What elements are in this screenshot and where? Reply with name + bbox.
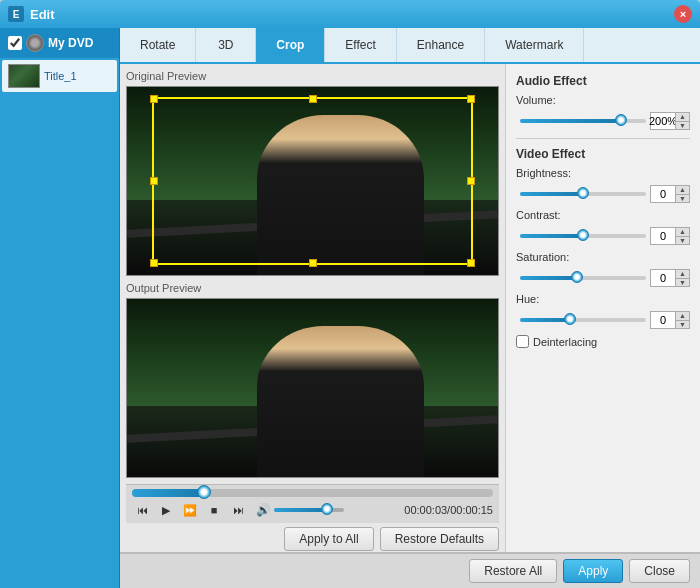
item-thumbnail bbox=[8, 64, 40, 88]
progress-bar[interactable] bbox=[132, 489, 493, 497]
audio-effect-title: Audio Effect bbox=[516, 74, 690, 88]
disc-checkbox[interactable] bbox=[8, 36, 22, 50]
contrast-spinner[interactable]: 0 ▲ ▼ bbox=[650, 227, 690, 245]
window-title: Edit bbox=[30, 7, 674, 22]
tab-3d[interactable]: 3D bbox=[196, 28, 256, 62]
skip-back-button[interactable]: ⏮ bbox=[132, 501, 152, 519]
progress-handle[interactable] bbox=[197, 485, 211, 499]
brightness-handle[interactable] bbox=[577, 187, 589, 199]
deinterlacing-row: Deinterlacing bbox=[516, 335, 690, 348]
volume-section: 🔊 bbox=[256, 503, 344, 517]
stop-button[interactable]: ■ bbox=[204, 501, 224, 519]
hue-handle[interactable] bbox=[564, 313, 576, 325]
volume-spinner[interactable]: 200% ▲ ▼ bbox=[650, 112, 690, 130]
content-area: Original Preview bbox=[120, 64, 700, 552]
hue-slider[interactable] bbox=[520, 318, 646, 322]
output-preview-label: Output Preview bbox=[126, 282, 499, 294]
volume-up[interactable]: ▲ bbox=[675, 113, 689, 122]
volume-spinner-arrows: ▲ ▼ bbox=[675, 113, 689, 129]
sidebar-header: My DVD bbox=[0, 28, 119, 58]
preview-area: Original Preview bbox=[120, 64, 505, 552]
contrast-slider-row: 0 ▲ ▼ bbox=[516, 227, 690, 245]
brightness-slider[interactable] bbox=[520, 192, 646, 196]
brightness-fill bbox=[520, 192, 583, 196]
output-scene-person bbox=[257, 326, 424, 477]
brightness-label: Brightness: bbox=[516, 167, 586, 179]
output-preview-video bbox=[126, 298, 499, 478]
tab-rotate[interactable]: Rotate bbox=[120, 28, 196, 62]
contrast-slider[interactable] bbox=[520, 234, 646, 238]
saturation-fill bbox=[520, 276, 577, 280]
controls-row: ⏮ ▶ ⏩ ■ ⏭ 🔊 00:00:03/00:00:15 bbox=[132, 501, 493, 519]
volume-effect-slider[interactable] bbox=[520, 119, 646, 123]
bottom-bar: Restore All Apply Close bbox=[120, 552, 700, 588]
original-preview-label: Original Preview bbox=[126, 70, 499, 82]
saturation-down[interactable]: ▼ bbox=[675, 279, 689, 287]
contrast-label-row: Contrast: bbox=[516, 209, 690, 221]
saturation-up[interactable]: ▲ bbox=[675, 270, 689, 279]
contrast-up[interactable]: ▲ bbox=[675, 228, 689, 237]
contrast-handle[interactable] bbox=[577, 229, 589, 241]
time-display: 00:00:03/00:00:15 bbox=[404, 504, 493, 516]
hue-label-row: Hue: bbox=[516, 293, 690, 305]
restore-defaults-button[interactable]: Restore Defaults bbox=[380, 527, 499, 551]
hue-label: Hue: bbox=[516, 293, 586, 305]
volume-label: Volume: bbox=[516, 94, 586, 106]
deinterlacing-label: Deinterlacing bbox=[533, 336, 597, 348]
hue-up[interactable]: ▲ bbox=[675, 312, 689, 321]
contrast-down[interactable]: ▼ bbox=[675, 237, 689, 245]
saturation-handle[interactable] bbox=[571, 271, 583, 283]
volume-effect-handle[interactable] bbox=[615, 114, 627, 126]
saturation-slider-row: 0 ▲ ▼ bbox=[516, 269, 690, 287]
playback-area: ⏮ ▶ ⏩ ■ ⏭ 🔊 00:00:03/00:00:15 bbox=[126, 484, 499, 523]
hue-spinner[interactable]: 0 ▲ ▼ bbox=[650, 311, 690, 329]
volume-effect-fill bbox=[520, 119, 621, 123]
original-preview-video bbox=[126, 86, 499, 276]
tab-enhance[interactable]: Enhance bbox=[397, 28, 485, 62]
play-button[interactable]: ▶ bbox=[156, 501, 176, 519]
brightness-label-row: Brightness: bbox=[516, 167, 690, 179]
deinterlacing-checkbox[interactable] bbox=[516, 335, 529, 348]
volume-fill bbox=[274, 508, 327, 512]
saturation-label: Saturation: bbox=[516, 251, 586, 263]
hue-down[interactable]: ▼ bbox=[675, 321, 689, 329]
contrast-fill bbox=[520, 234, 583, 238]
volume-slider[interactable] bbox=[274, 508, 344, 512]
tab-effect[interactable]: Effect bbox=[325, 28, 396, 62]
hue-fill bbox=[520, 318, 570, 322]
skip-forward-button[interactable]: ⏭ bbox=[228, 501, 248, 519]
sidebar-item[interactable]: Title_1 bbox=[2, 60, 117, 92]
right-panel: Rotate 3D Crop Effect Enhance Watermark … bbox=[120, 28, 700, 588]
contrast-label: Contrast: bbox=[516, 209, 586, 221]
brightness-down[interactable]: ▼ bbox=[675, 195, 689, 203]
volume-down[interactable]: ▼ bbox=[675, 122, 689, 130]
title-bar: E Edit × bbox=[0, 0, 700, 28]
volume-row: Volume: bbox=[516, 94, 690, 106]
hue-slider-row: 0 ▲ ▼ bbox=[516, 311, 690, 329]
settings-panel: Audio Effect Volume: 200% ▲ ▼ bbox=[505, 64, 700, 552]
tab-crop[interactable]: Crop bbox=[256, 28, 325, 62]
restore-all-button[interactable]: Restore All bbox=[469, 559, 557, 583]
saturation-spinner[interactable]: 0 ▲ ▼ bbox=[650, 269, 690, 287]
brightness-up[interactable]: ▲ bbox=[675, 186, 689, 195]
item-label: Title_1 bbox=[44, 70, 77, 82]
video-effect-title: Video Effect bbox=[516, 147, 690, 161]
scene-person bbox=[257, 115, 424, 275]
progress-fill bbox=[132, 489, 204, 497]
sidebar: My DVD Title_1 bbox=[0, 28, 120, 588]
fast-forward-button[interactable]: ⏩ bbox=[180, 501, 200, 519]
close-button[interactable]: Close bbox=[629, 559, 690, 583]
close-window-button[interactable]: × bbox=[674, 5, 692, 23]
volume-icon: 🔊 bbox=[256, 503, 271, 517]
tab-watermark[interactable]: Watermark bbox=[485, 28, 584, 62]
apply-button[interactable]: Apply bbox=[563, 559, 623, 583]
apply-to-all-button[interactable]: Apply to All bbox=[284, 527, 373, 551]
volume-handle[interactable] bbox=[321, 503, 333, 515]
saturation-slider[interactable] bbox=[520, 276, 646, 280]
saturation-label-row: Saturation: bbox=[516, 251, 690, 263]
disc-label: My DVD bbox=[48, 36, 93, 50]
preview-action-row: Apply to All Restore Defaults bbox=[126, 523, 499, 552]
disc-icon bbox=[26, 34, 44, 52]
brightness-spinner[interactable]: 0 ▲ ▼ bbox=[650, 185, 690, 203]
divider1 bbox=[516, 138, 690, 139]
